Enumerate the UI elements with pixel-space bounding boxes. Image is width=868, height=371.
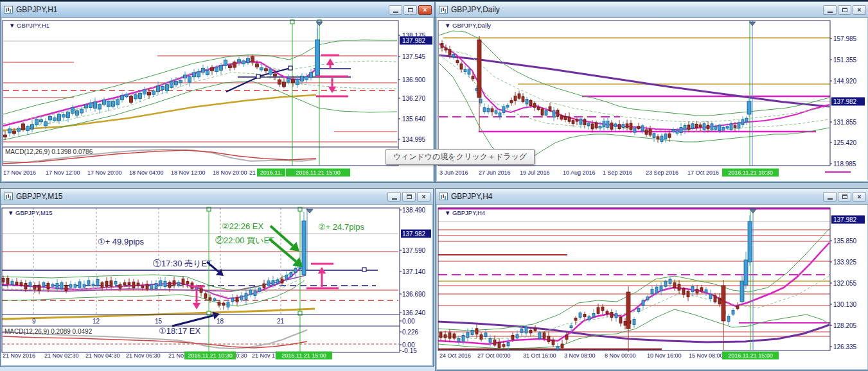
window-title: GBPJPY,H4 — [451, 192, 822, 201]
minimize-button[interactable] — [389, 5, 402, 15]
svg-text:27 Oct 00:00: 27 Oct 00:00 — [477, 352, 511, 359]
svg-text:21: 21 — [249, 169, 256, 176]
maximize-button[interactable] — [838, 192, 851, 202]
svg-text:17 Nov 12:00: 17 Nov 12:00 — [46, 169, 80, 176]
svg-text:10 Aug 2016: 10 Aug 2016 — [563, 169, 596, 176]
svg-text:15: 15 — [155, 318, 163, 325]
svg-text:21 No: 21 No — [168, 352, 184, 359]
svg-text:21: 21 — [277, 318, 285, 325]
svg-text:136.270: 136.270 — [402, 95, 426, 102]
svg-text:138.490: 138.490 — [402, 207, 426, 214]
svg-text:17 Nov 2016: 17 Nov 2016 — [3, 169, 36, 176]
svg-text:126.335: 126.335 — [833, 343, 857, 350]
svg-text:1 Sep 2016: 1 Sep 2016 — [603, 169, 632, 176]
svg-text:MACD(12,26,9) 0.2089 0.0492: MACD(12,26,9) 0.2089 0.0492 — [4, 328, 93, 335]
svg-text:144.920: 144.920 — [833, 78, 857, 85]
titlebar-gbpjpy-daily[interactable]: GBPJPY,Daily × — [436, 2, 868, 18]
svg-text:①18:17 EX: ①18:17 EX — [159, 326, 200, 336]
svg-text:133.925: 133.925 — [833, 259, 857, 266]
svg-text:▼ GBPJPY,M15: ▼ GBPJPY,M15 — [8, 209, 52, 216]
svg-text:2016.11.21 15:00: 2016.11.21 15:00 — [728, 352, 772, 359]
chart-gbpjpy-h1[interactable]: ▼ GBPJPY,H1138.175137.545136.900136.2701… — [2, 19, 432, 180]
titlebar-gbpjpy-h1[interactable]: GBPJPY,H1 × — [1, 2, 434, 18]
mdi-desktop: GBPJPY,H1 × GBPJPY,Daily × GBPJPY,M15 × … — [0, 0, 868, 371]
window-title: GBPJPY,M15 — [16, 192, 386, 201]
svg-text:21 Nov 02:30: 21 Nov 02:30 — [44, 352, 79, 359]
svg-text:17 Oct 2016: 17 Oct 2016 — [687, 169, 719, 176]
svg-text:136.900: 136.900 — [402, 76, 426, 83]
svg-text:15 Nov 08:00: 15 Nov 08:00 — [689, 352, 723, 359]
close-button[interactable]: × — [853, 5, 866, 15]
svg-text:157.985: 157.985 — [833, 35, 857, 42]
window-title: GBPJPY,H1 — [16, 5, 387, 14]
chart-gbpjpy-m15[interactable]: ▼ GBPJPY,M15138.490137.590137.140136.690… — [1, 205, 431, 365]
svg-text:2016.11.21 15:00: 2016.11.21 15:00 — [296, 169, 340, 176]
svg-text:①17:30 売りET: ①17:30 売りET — [153, 259, 212, 268]
svg-text:137.982: 137.982 — [833, 216, 857, 223]
svg-text:135.640: 135.640 — [402, 116, 426, 123]
svg-text:9: 9 — [32, 318, 36, 325]
svg-text:8 Nov 00:00: 8 Nov 00:00 — [605, 352, 636, 359]
window-title: GBPJPY,Daily — [451, 5, 822, 14]
chart-window-icon — [439, 6, 448, 13]
maximize-button[interactable] — [403, 5, 417, 15]
chart-gbpjpy-h4[interactable]: ▼ GBPJPY,H4135.850133.925132.055130.1301… — [437, 205, 867, 369]
svg-text:▼ GBPJPY,H1: ▼ GBPJPY,H1 — [9, 22, 49, 29]
svg-text:27 Jun 2016: 27 Jun 2016 — [479, 169, 511, 176]
svg-text:2016.11.21 10:30: 2016.11.21 10:30 — [728, 169, 772, 176]
svg-text:0.226: 0.226 — [402, 329, 418, 336]
svg-text:21 Nov 2016: 21 Nov 2016 — [3, 352, 35, 359]
svg-text:0.00: 0.00 — [402, 318, 415, 325]
svg-text:19 Jul 2016: 19 Jul 2016 — [520, 169, 550, 176]
svg-text:135.850: 135.850 — [833, 237, 857, 245]
svg-text:②22:26 EX: ②22:26 EX — [222, 221, 263, 231]
minimize-button[interactable] — [823, 5, 837, 15]
svg-text:18 Nov 20:00: 18 Nov 20:00 — [213, 169, 247, 176]
svg-text:▼ GBPJPY,Daily: ▼ GBPJPY,Daily — [445, 22, 491, 29]
svg-text:136.690: 136.690 — [402, 291, 426, 298]
chart-window-icon — [4, 6, 13, 13]
svg-text:②+ 24.7pips: ②+ 24.7pips — [318, 222, 365, 232]
close-button[interactable]: × — [853, 192, 866, 202]
svg-text:137.545: 137.545 — [402, 53, 426, 60]
svg-text:②22:00 買いET: ②22:00 買いET — [215, 236, 274, 245]
svg-text:21 Nov 06:30: 21 Nov 06:30 — [126, 352, 161, 359]
minimize-button[interactable] — [387, 192, 401, 202]
svg-text:130.130: 130.130 — [833, 301, 857, 308]
svg-text:2016.11.21 15:00: 2016.11.21 15:00 — [281, 352, 326, 359]
svg-text:10 Nov 16:00: 10 Nov 16:00 — [647, 352, 682, 359]
svg-text:31 Oct 16:00: 31 Oct 16:00 — [523, 352, 556, 359]
svg-text:137.140: 137.140 — [402, 268, 426, 275]
svg-text:18 Nov 04:00: 18 Nov 04:00 — [129, 169, 164, 176]
svg-text:21 Nov 1: 21 Nov 1 — [252, 352, 275, 359]
svg-text:151.355: 151.355 — [833, 56, 857, 64]
svg-text:MACD(12,26,9) 0.1398 0.0786: MACD(12,26,9) 0.1398 0.0786 — [5, 148, 93, 155]
window-border-drag-tooltip: ウィンドウの境をクリック＋ドラッグ — [385, 149, 535, 165]
svg-text:128.205: 128.205 — [833, 322, 857, 329]
svg-text:137.982: 137.982 — [402, 230, 426, 237]
close-button[interactable]: × — [417, 192, 430, 202]
svg-text:132.055: 132.055 — [833, 280, 857, 287]
svg-text:118.985: 118.985 — [833, 160, 856, 168]
svg-text:125.420: 125.420 — [833, 139, 857, 146]
svg-text:2016.11.: 2016.11. — [260, 169, 282, 176]
svg-text:3 Jun 2016: 3 Jun 2016 — [439, 169, 468, 176]
maximize-button[interactable] — [402, 192, 416, 202]
chart-window-icon — [439, 193, 448, 200]
titlebar-gbpjpy-h4[interactable]: GBPJPY,H4 × — [436, 189, 868, 205]
svg-text:-0.15: -0.15 — [402, 347, 417, 354]
minimize-button[interactable] — [823, 192, 837, 202]
svg-text:12: 12 — [93, 318, 100, 325]
svg-text:2016.11.21 10:30: 2016.11.21 10:30 — [188, 352, 232, 359]
svg-text:18 Nov 12:00: 18 Nov 12:00 — [171, 169, 206, 176]
svg-text:137.982: 137.982 — [402, 37, 426, 44]
svg-text:137.982: 137.982 — [833, 98, 857, 105]
svg-text:17 Nov 20:00: 17 Nov 20:00 — [87, 169, 122, 176]
svg-text:21 Nov 04:30: 21 Nov 04:30 — [85, 352, 120, 359]
svg-text:137.590: 137.590 — [402, 247, 426, 254]
svg-text:▼ GBPJPY,H4: ▼ GBPJPY,H4 — [445, 209, 485, 216]
close-button[interactable]: × — [418, 5, 432, 15]
titlebar-gbpjpy-m15[interactable]: GBPJPY,M15 × — [1, 189, 433, 205]
maximize-button[interactable] — [838, 5, 851, 15]
svg-text:23 Sep 2016: 23 Sep 2016 — [646, 169, 678, 176]
